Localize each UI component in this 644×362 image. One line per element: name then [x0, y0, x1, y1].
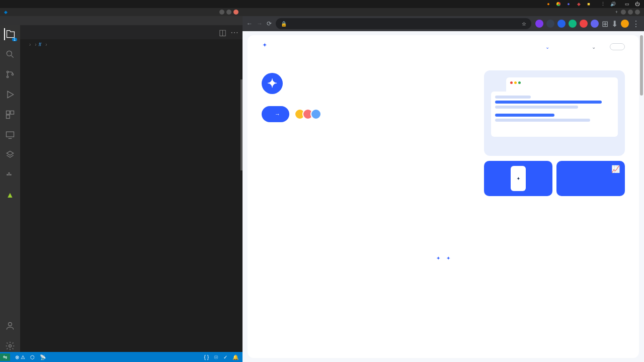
browser-window: ← → ⟳ 🔒 ☆ ⊞ ⬇ ⋮	[243, 16, 644, 362]
close-button[interactable]	[233, 10, 238, 15]
sound-icon[interactable]: 🔊	[610, 1, 616, 7]
minimize-button[interactable]	[219, 10, 224, 15]
split-editor-icon[interactable]: ◫	[219, 28, 226, 37]
site-logo[interactable]: ✦	[262, 46, 267, 48]
settings-gear-icon[interactable]	[4, 340, 16, 352]
extension-icon[interactable]	[546, 20, 554, 28]
nav-home[interactable]: ⌄	[545, 44, 549, 50]
extension-icon[interactable]: ▲	[4, 189, 16, 201]
browser-minimize-button[interactable]	[621, 10, 626, 15]
breadcrumb[interactable]: › › # ›	[20, 39, 243, 49]
downloads-icon[interactable]: ⬇	[611, 19, 618, 29]
extension-icon[interactable]	[569, 20, 577, 28]
remote-indicator[interactable]: ⇋	[0, 353, 10, 361]
liveshare-icon[interactable]	[4, 149, 16, 161]
browser-toolbar: ← → ⟳ 🔒 ☆ ⊞ ⬇ ⋮	[243, 16, 644, 31]
extensions-icon[interactable]	[4, 109, 16, 121]
section-eyebrow: ✦✦	[274, 255, 613, 261]
explorer-icon[interactable]: 1	[4, 28, 16, 40]
spark-icon: ✦	[263, 42, 267, 48]
docker-icon[interactable]	[4, 169, 16, 181]
svg-point-0	[7, 51, 12, 56]
source-control-icon[interactable]	[4, 68, 16, 80]
run-debug-icon[interactable]	[4, 88, 16, 101]
account-icon[interactable]	[4, 320, 16, 332]
browser-maximize-button[interactable]	[628, 10, 633, 15]
css-file-icon: #	[39, 42, 42, 47]
svg-rect-6	[7, 115, 10, 119]
chrome-tray-icon[interactable]	[555, 1, 561, 7]
problems-status[interactable]: ⊗ ⚠	[15, 354, 25, 360]
svg-point-1	[7, 71, 8, 72]
nav-pages[interactable]: ⌄	[592, 44, 596, 50]
port-status[interactable]: ☉	[214, 354, 218, 360]
browser-tabstrip: +	[243, 8, 644, 16]
browser-menu-icon[interactable]: ⋮	[632, 19, 640, 29]
back-button[interactable]: ←	[247, 20, 253, 27]
svg-point-3	[12, 73, 13, 75]
battery-icon[interactable]: ▭	[624, 1, 630, 7]
site-header: ✦ ⌄ ⌄	[262, 43, 625, 50]
vscode-titlebar[interactable]: ◆	[0, 8, 243, 16]
forward-button[interactable]: →	[257, 20, 263, 27]
minimap[interactable]	[237, 49, 243, 352]
extension-icon[interactable]	[557, 20, 566, 28]
ports-status[interactable]: ⬡	[30, 354, 35, 360]
spark-icon: ✦	[446, 255, 450, 261]
svg-rect-4	[7, 111, 10, 115]
spark-icon: ✦	[436, 255, 440, 261]
hero-title	[262, 70, 474, 94]
liveshare-status[interactable]: 📡	[40, 354, 46, 360]
vscode-window: 1 ▲ ◫ ⋯	[0, 16, 243, 362]
prettier-status[interactable]: ✓	[223, 354, 227, 360]
browser-close-button[interactable]	[635, 10, 640, 15]
stat-card: 📈	[556, 161, 625, 196]
maximize-button[interactable]	[226, 10, 231, 15]
tray-icon[interactable]: ●	[545, 1, 551, 7]
editor-tabs: ◫ ⋯	[20, 25, 243, 39]
webpage-viewport[interactable]: ✦ ⌄ ⌄	[243, 31, 644, 362]
tray-icon[interactable]: ◆	[576, 1, 582, 7]
bookmark-star-icon[interactable]: ☆	[522, 21, 526, 27]
avatar-stack	[297, 109, 321, 120]
contact-button[interactable]	[610, 43, 625, 50]
chevron-down-icon: ⌄	[592, 44, 596, 50]
svg-rect-7	[7, 132, 14, 137]
vscode-app-icon: ◆	[4, 10, 8, 15]
search-icon[interactable]	[4, 48, 16, 60]
language-mode[interactable]: { }	[204, 354, 209, 360]
profile-avatar[interactable]	[621, 20, 629, 28]
svg-point-13	[9, 345, 12, 347]
system-menu-bar: ● ● ◆ ■ ⋮ 🔊 ▭ ⏻	[0, 0, 644, 8]
site-info-icon[interactable]: 🔒	[281, 21, 287, 27]
remote-icon[interactable]	[4, 129, 16, 141]
new-tab-button[interactable]: +	[615, 10, 618, 15]
phone-card: ✦	[484, 161, 552, 196]
tray-icon[interactable]: ■	[586, 1, 592, 7]
svg-rect-8	[7, 174, 8, 175]
power-icon[interactable]: ⏻	[634, 1, 640, 7]
svg-rect-11	[9, 172, 10, 174]
vscode-menubar	[0, 16, 243, 25]
extensions-puzzle-icon[interactable]: ⊞	[602, 19, 608, 29]
svg-point-12	[9, 322, 12, 326]
address-bar[interactable]: 🔒 ☆	[276, 18, 531, 29]
discord-tray-icon[interactable]: ●	[566, 1, 572, 7]
svg-rect-5	[11, 111, 14, 115]
arrow-right-icon: →	[275, 111, 280, 117]
code-editor[interactable]	[20, 49, 243, 352]
reload-button[interactable]: ⟳	[267, 20, 272, 27]
activity-bar: 1 ▲	[0, 25, 20, 352]
site-nav: ⌄ ⌄	[545, 44, 596, 50]
more-actions-icon[interactable]: ⋯	[230, 28, 238, 37]
svg-point-2	[7, 76, 8, 77]
notifications-icon[interactable]: 🔔	[232, 354, 238, 360]
extension-icon[interactable]	[535, 20, 543, 28]
chevron-down-icon: ⌄	[545, 44, 549, 50]
svg-rect-10	[10, 174, 12, 175]
get-started-button[interactable]: →	[262, 106, 289, 122]
wifi-icon[interactable]: ⋮	[600, 1, 606, 7]
extension-icon[interactable]	[580, 20, 588, 28]
extension-icon[interactable]	[591, 20, 599, 28]
page-scrollbar[interactable]	[640, 35, 643, 96]
